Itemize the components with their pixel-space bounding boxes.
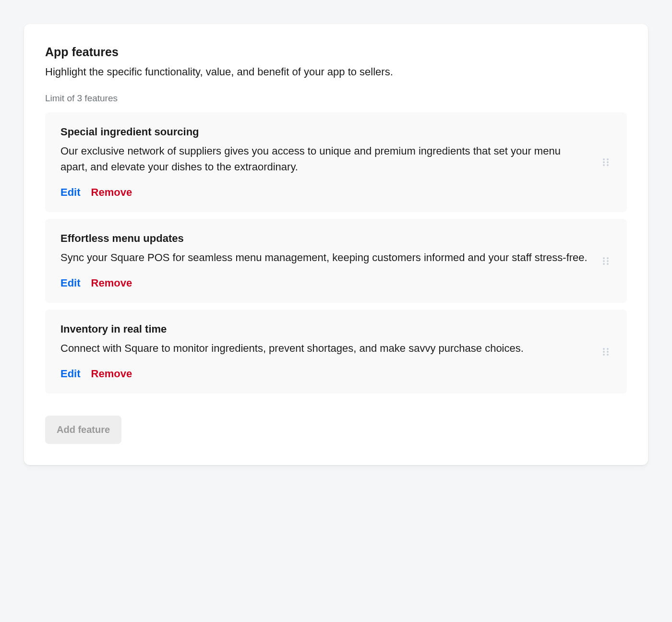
svg-point-3 [607,161,609,163]
app-features-card: App features Highlight the specific func… [24,24,648,465]
svg-point-0 [603,158,605,160]
svg-point-15 [607,351,609,353]
feature-description: Sync your Square POS for seamless menu m… [60,250,590,265]
add-feature-button[interactable]: Add feature [45,416,121,444]
remove-button[interactable]: Remove [91,277,132,289]
svg-point-10 [603,263,605,265]
svg-point-13 [607,348,609,350]
svg-point-16 [603,354,605,356]
feature-title: Special ingredient sourcing [60,126,590,138]
feature-content: Effortless menu updates Sync your Square… [60,232,590,289]
feature-card: Inventory in real time Connect with Squa… [45,310,627,394]
drag-handle-icon[interactable] [600,253,612,269]
svg-point-1 [607,158,609,160]
feature-description: Our exclusive network of suppliers gives… [60,143,590,175]
feature-actions: Edit Remove [60,368,590,380]
section-subtitle: Highlight the specific functionality, va… [45,64,627,80]
svg-point-14 [603,351,605,353]
remove-button[interactable]: Remove [91,186,132,199]
section-title: App features [45,45,627,59]
svg-point-11 [607,263,609,265]
feature-actions: Edit Remove [60,277,590,289]
edit-button[interactable]: Edit [60,277,81,289]
drag-handle-icon[interactable] [600,155,612,170]
feature-description: Connect with Square to monitor ingredien… [60,340,590,356]
svg-point-8 [603,260,605,262]
feature-actions: Edit Remove [60,186,590,199]
feature-title: Inventory in real time [60,323,590,335]
drag-handle-icon[interactable] [600,344,612,359]
svg-point-17 [607,354,609,356]
edit-button[interactable]: Edit [60,368,81,380]
feature-content: Special ingredient sourcing Our exclusiv… [60,126,590,199]
edit-button[interactable]: Edit [60,186,81,199]
feature-card: Effortless menu updates Sync your Square… [45,219,627,303]
svg-point-12 [603,348,605,350]
svg-point-5 [607,164,609,166]
svg-point-6 [603,257,605,259]
feature-content: Inventory in real time Connect with Squa… [60,323,590,380]
feature-card: Special ingredient sourcing Our exclusiv… [45,112,627,212]
svg-point-4 [603,164,605,166]
svg-point-7 [607,257,609,259]
remove-button[interactable]: Remove [91,368,132,380]
svg-point-9 [607,260,609,262]
svg-point-2 [603,161,605,163]
feature-title: Effortless menu updates [60,232,590,245]
feature-limit-label: Limit of 3 features [45,93,627,104]
